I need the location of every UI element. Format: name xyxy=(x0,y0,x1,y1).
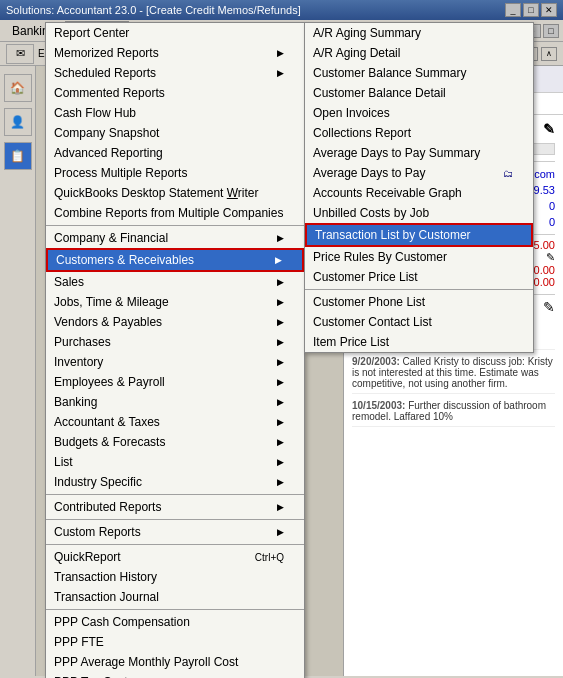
customers-submenu: A/R Aging Summary A/R Aging Detail Custo… xyxy=(304,22,534,353)
list-label: List xyxy=(54,455,73,469)
employees-payroll-item[interactable]: Employees & Payroll ▶ xyxy=(46,372,304,392)
accountant-taxes-item[interactable]: Accountant & Taxes ▶ xyxy=(46,412,304,432)
open-invoices-item[interactable]: Open Invoices xyxy=(305,103,533,123)
minimize-button[interactable]: _ xyxy=(505,3,521,17)
industry-specific-item[interactable]: Industry Specific ▶ xyxy=(46,472,304,492)
memorized-reports-item[interactable]: Memorized Reports ▶ xyxy=(46,43,304,63)
industry-specific-arrow-icon: ▶ xyxy=(277,477,284,487)
avg-days-summary-label: Average Days to Pay Summary xyxy=(313,146,480,160)
separator-5 xyxy=(46,609,304,610)
note-date-3: 10/15/2003: xyxy=(352,400,408,411)
process-multiple-item[interactable]: Process Multiple Reports xyxy=(46,163,304,183)
unbilled-costs-item[interactable]: Unbilled Costs by Job xyxy=(305,203,533,223)
ppp-avg-item[interactable]: PPP Average Monthly Payroll Cost xyxy=(46,652,304,672)
open-invoices-label: Open Invoices xyxy=(313,106,390,120)
purchases-item[interactable]: Purchases ▶ xyxy=(46,332,304,352)
combine-reports-item[interactable]: Combine Reports from Multiple Companies xyxy=(46,203,304,223)
cashflow-hub-item[interactable]: Cash Flow Hub xyxy=(46,103,304,123)
list-arrow-icon: ▶ xyxy=(277,457,284,467)
banking-item[interactable]: Banking ▶ xyxy=(46,392,304,412)
collections-report-item[interactable]: Collections Report xyxy=(305,123,533,143)
customer-balance-summary-item[interactable]: Customer Balance Summary xyxy=(305,63,533,83)
price-rules-customer-label: Price Rules By Customer xyxy=(313,250,447,264)
item-price-list-label: Item Price List xyxy=(313,335,389,349)
scheduled-arrow-icon: ▶ xyxy=(277,68,284,78)
company-snapshot-item[interactable]: Company Snapshot xyxy=(46,123,304,143)
inventory-item[interactable]: Inventory ▶ xyxy=(46,352,304,372)
transaction-history-label: Transaction History xyxy=(54,570,157,584)
close-button[interactable]: ✕ xyxy=(541,3,557,17)
avg-days-excel-icon[interactable]: 🗂 xyxy=(503,168,513,179)
accountant-taxes-label: Accountant & Taxes xyxy=(54,415,160,429)
avg-days-summary-item[interactable]: Average Days to Pay Summary xyxy=(305,143,533,163)
quickreport-item[interactable]: QuickReport Ctrl+Q xyxy=(46,547,304,567)
qb-statement-item[interactable]: QuickBooks Desktop Statement Writer xyxy=(46,183,304,203)
contributed-reports-item[interactable]: Contributed Reports ▶ xyxy=(46,497,304,517)
email-button[interactable]: ✉ xyxy=(6,44,34,64)
accountant-taxes-arrow-icon: ▶ xyxy=(277,417,284,427)
sales-item[interactable]: Sales ▶ xyxy=(46,272,304,292)
vendors-payables-arrow-icon: ▶ xyxy=(277,317,284,327)
transaction-journal-item[interactable]: Transaction Journal xyxy=(46,587,304,607)
customer-price-list-label: Customer Price List xyxy=(313,270,418,284)
customer-contact-list-item[interactable]: Customer Contact List xyxy=(305,312,533,332)
industry-specific-label: Industry Specific xyxy=(54,475,142,489)
customers-receivables-item[interactable]: Customers & Receivables ▶ xyxy=(46,248,304,272)
budgets-forecasts-item[interactable]: Budgets & Forecasts ▶ xyxy=(46,432,304,452)
window-title: Solutions: Accountant 23.0 - [Create Cre… xyxy=(6,4,301,16)
inventory-arrow-icon: ▶ xyxy=(277,357,284,367)
ppp-fte-item[interactable]: PPP FTE xyxy=(46,632,304,652)
notes-edit-icon[interactable]: ✎ xyxy=(543,299,555,315)
transaction-history-item[interactable]: Transaction History xyxy=(46,567,304,587)
scheduled-reports-item[interactable]: Scheduled Reports ▶ xyxy=(46,63,304,83)
item-price-list-item[interactable]: Item Price List xyxy=(305,332,533,352)
edit-icon2[interactable]: ✎ xyxy=(546,251,555,264)
company-snapshot-label: Company Snapshot xyxy=(54,126,159,140)
hub-maximize-button[interactable]: □ xyxy=(543,24,559,38)
purchases-label: Purchases xyxy=(54,335,111,349)
list-item[interactable]: List ▶ xyxy=(46,452,304,472)
commented-reports-item[interactable]: Commented Reports xyxy=(46,83,304,103)
budgets-forecasts-arrow-icon: ▶ xyxy=(277,437,284,447)
vendors-payables-item[interactable]: Vendors & Payables ▶ xyxy=(46,312,304,332)
sidebar-icon-3[interactable]: 📋 xyxy=(4,142,32,170)
submenu-separator xyxy=(305,289,533,290)
collections-report-label: Collections Report xyxy=(313,126,411,140)
ar-aging-summary-item[interactable]: A/R Aging Summary xyxy=(305,23,533,43)
company-financial-item[interactable]: Company & Financial ▶ xyxy=(46,228,304,248)
contributed-reports-label: Contributed Reports xyxy=(54,500,161,514)
banking-label: Banking xyxy=(54,395,97,409)
negative-value5: 0.00 xyxy=(534,276,555,288)
quickreport-shortcut: Ctrl+Q xyxy=(235,552,284,563)
note-entry-3: 10/15/2003: Further discussion of bathro… xyxy=(352,400,555,427)
report-center-item[interactable]: Report Center xyxy=(46,23,304,43)
customer-price-list-item[interactable]: Customer Price List xyxy=(305,267,533,287)
sidebar-icon-1[interactable]: 🏠 xyxy=(4,74,32,102)
scheduled-reports-label: Scheduled Reports xyxy=(54,66,156,80)
process-multiple-label: Process Multiple Reports xyxy=(54,166,187,180)
price-rules-customer-item[interactable]: Price Rules By Customer xyxy=(305,247,533,267)
commented-reports-label: Commented Reports xyxy=(54,86,165,100)
jobs-time-arrow-icon: ▶ xyxy=(277,297,284,307)
ppp-tax-item[interactable]: PPP Tax Cost xyxy=(46,672,304,678)
custom-reports-item[interactable]: Custom Reports ▶ xyxy=(46,522,304,542)
customer-phone-list-item[interactable]: Customer Phone List xyxy=(305,292,533,312)
company-financial-arrow-icon: ▶ xyxy=(277,233,284,243)
chevron-up-button[interactable]: ∧ xyxy=(541,47,557,61)
summary-edit-icon[interactable]: ✎ xyxy=(543,121,555,137)
transaction-list-customer-item[interactable]: Transaction List by Customer xyxy=(305,223,533,247)
avg-days-label: Average Days to Pay xyxy=(313,166,426,180)
maximize-button[interactable]: □ xyxy=(523,3,539,17)
sales-label: Sales xyxy=(54,275,84,289)
ar-aging-detail-item[interactable]: A/R Aging Detail xyxy=(305,43,533,63)
sidebar-icon-2[interactable]: 👤 xyxy=(4,108,32,136)
company-financial-label: Company & Financial xyxy=(54,231,168,245)
avg-days-item[interactable]: Average Days to Pay 🗂 xyxy=(305,163,533,183)
advanced-reporting-item[interactable]: Advanced Reporting xyxy=(46,143,304,163)
email-icon: ✉ xyxy=(16,47,25,60)
ar-graph-item[interactable]: Accounts Receivable Graph xyxy=(305,183,533,203)
customer-balance-detail-item[interactable]: Customer Balance Detail xyxy=(305,83,533,103)
ppp-cash-item[interactable]: PPP Cash Compensation xyxy=(46,612,304,632)
jobs-time-item[interactable]: Jobs, Time & Mileage ▶ xyxy=(46,292,304,312)
customer-phone-list-label: Customer Phone List xyxy=(313,295,425,309)
